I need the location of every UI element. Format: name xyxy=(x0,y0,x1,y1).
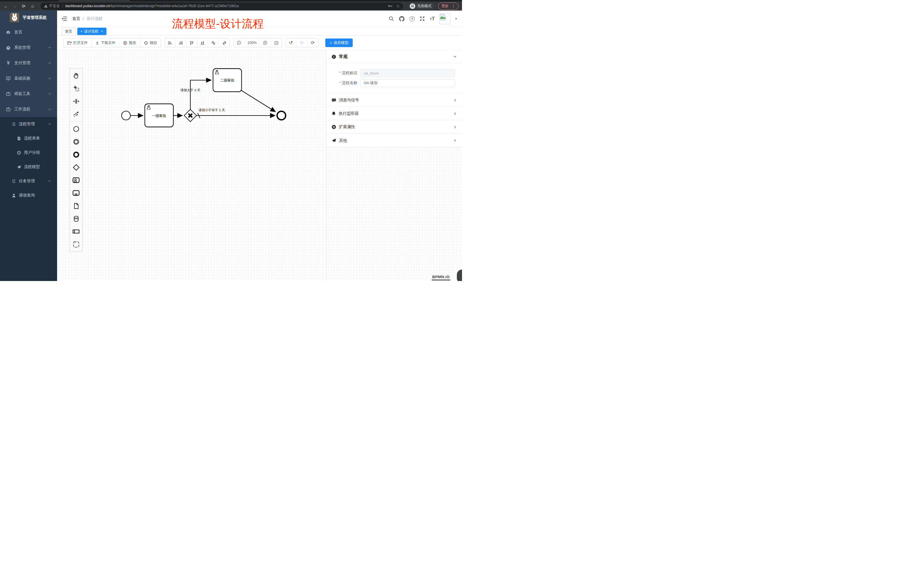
fullscreen-icon[interactable] xyxy=(420,16,425,21)
sidebar-item-payment[interactable]: ¥ 支付管理 xyxy=(0,55,57,71)
sidebar-item-home[interactable]: 首页 xyxy=(0,24,57,40)
save-model-button[interactable]: + 保存模型 xyxy=(325,39,353,47)
create-group[interactable] xyxy=(70,238,82,251)
sidebar-item-task-mgmt[interactable]: 任务管理 xyxy=(0,174,57,188)
redo-button[interactable]: ↻ xyxy=(297,39,308,47)
url-host: dashboard.yudao.iocoder.cn xyxy=(65,4,110,8)
chrome-update-menu[interactable]: 更新 ⋮ xyxy=(438,3,459,10)
security-label: 不安全 xyxy=(49,4,60,9)
sidebar-item-process-model[interactable]: 流程模型 xyxy=(0,160,57,174)
align-hcenter-button[interactable] xyxy=(219,39,230,47)
space-tool[interactable] xyxy=(70,95,82,108)
create-start-event[interactable] xyxy=(70,122,82,135)
hand-tool[interactable] xyxy=(70,69,82,82)
process-name-input[interactable] xyxy=(360,79,455,87)
undo-button[interactable]: ↺ xyxy=(286,39,297,47)
create-subprocess[interactable] xyxy=(70,187,82,199)
back-icon[interactable]: ← xyxy=(3,4,9,8)
screen: ← → ⟳ ⌂ 不安全 dashboard.yudao.iocoder.cn/b… xyxy=(0,0,462,281)
sidebar-item-leave-query[interactable]: 请假查询 xyxy=(0,188,57,202)
create-data-object[interactable] xyxy=(70,199,82,212)
font-size-icon[interactable]: TT xyxy=(430,16,435,21)
flow-task2-to-end[interactable] xyxy=(241,90,275,112)
preview-button[interactable]: 预览 xyxy=(119,39,140,47)
create-data-store[interactable] xyxy=(70,212,82,225)
section-execution-listeners[interactable]: 执行监听器 xyxy=(327,107,462,120)
dashboard-icon xyxy=(6,30,10,34)
refresh-button[interactable]: ⟳ xyxy=(308,39,318,47)
align-top-button[interactable] xyxy=(186,39,197,47)
tab-home[interactable]: 首页 xyxy=(62,28,76,35)
warning-icon xyxy=(44,4,48,8)
field-process-name: *流程名称 xyxy=(327,79,462,87)
security-status[interactable]: 不安全 xyxy=(44,4,60,9)
forward-icon[interactable]: → xyxy=(12,4,17,8)
zoom-level[interactable]: 100% xyxy=(244,39,260,47)
section-other[interactable]: 其他 xyxy=(327,134,462,147)
app-logo-row[interactable]: 芋道管理系统 xyxy=(0,10,57,24)
section-general[interactable]: 常规 xyxy=(327,50,462,63)
section-extended-attributes[interactable]: 扩展属性 xyxy=(327,120,462,134)
user-task-level2[interactable]: 二级审批 xyxy=(213,69,242,92)
password-key-icon[interactable] xyxy=(388,4,393,8)
sidebar-item-label: 流程管理 xyxy=(19,121,35,127)
start-event[interactable] xyxy=(122,111,130,120)
url-text[interactable]: dashboard.yudao.iocoder.cn/bpm/manager/m… xyxy=(65,4,386,8)
tab-design-process[interactable]: ● 设计流程 × xyxy=(77,28,106,35)
end-event[interactable] xyxy=(277,111,286,120)
open-file-button[interactable]: 打开文件 xyxy=(64,39,92,47)
zoom-reset-button[interactable] xyxy=(271,39,282,47)
align-vcenter-button[interactable] xyxy=(208,39,219,47)
section-title: 其他 xyxy=(339,138,347,143)
avatar[interactable] xyxy=(440,13,450,24)
sidebar-collapse-icon[interactable] xyxy=(62,16,67,21)
zoom-in-button[interactable] xyxy=(260,39,271,47)
close-icon[interactable]: × xyxy=(101,29,103,33)
incognito-label: 无痕模式 xyxy=(417,4,432,9)
bpmn-canvas[interactable]: 一级审批 二级审批 请假大于 3 天 请假小于等于 1 天 xyxy=(57,50,462,281)
create-end-event[interactable] xyxy=(70,148,82,161)
section-messages-signals[interactable]: 消息与信号 xyxy=(327,94,462,107)
download-file-button[interactable]: 下载文件 xyxy=(92,39,119,47)
chevron-down-icon xyxy=(48,92,51,96)
align-left-button[interactable] xyxy=(165,39,176,47)
sidebar-item-devtools[interactable]: 研发工具 xyxy=(0,86,57,102)
chevron-down-icon[interactable]: ▾ xyxy=(455,17,457,21)
github-icon[interactable] xyxy=(399,16,405,22)
search-icon[interactable] xyxy=(388,16,394,21)
address-bar[interactable]: 不安全 dashboard.yudao.iocoder.cn/bpm/manag… xyxy=(40,3,403,10)
zoom-out-button[interactable] xyxy=(234,39,244,47)
create-intermediate-event[interactable] xyxy=(70,135,82,148)
sidebar-item-infra[interactable]: 基础设施 xyxy=(0,71,57,86)
breadcrumb-home[interactable]: 首页 xyxy=(72,16,80,21)
tab-bar: 首页 ● 设计流程 × xyxy=(57,27,462,36)
create-gateway[interactable] xyxy=(70,161,82,174)
user-task-level1[interactable]: 一级审批 xyxy=(145,104,174,127)
simulate-button[interactable]: 模拟 xyxy=(140,39,160,47)
sidebar-item-user-group[interactable]: 用户分组 xyxy=(0,145,57,160)
exclusive-gateway[interactable] xyxy=(184,109,196,122)
browser-active-tab[interactable] xyxy=(58,0,130,1)
lasso-tool[interactable] xyxy=(70,82,82,95)
home-icon[interactable]: ⌂ xyxy=(30,4,35,8)
bookmark-star-icon[interactable]: ☆ xyxy=(396,4,400,8)
flow-gateway-to-task2[interactable] xyxy=(190,80,211,109)
create-participant[interactable] xyxy=(70,225,82,238)
url-path: /bpm/manager/model/design?modelId=e4a1a1… xyxy=(110,4,239,8)
chevron-up-icon xyxy=(48,108,51,111)
sidebar-item-process-form[interactable]: 流程表单 xyxy=(0,131,57,145)
sidebar-item-workflow[interactable]: 工作流程 xyxy=(0,102,57,117)
chevron-down-icon xyxy=(48,77,51,80)
align-bottom-button[interactable] xyxy=(197,39,208,47)
breadcrumb-separator: / xyxy=(83,16,84,21)
sidebar-item-system[interactable]: 系统管理 xyxy=(0,40,57,55)
edge-label-lte1[interactable]: 请假小于等于 1 天 xyxy=(198,108,225,112)
edge-label-gt3[interactable]: 请假大于 3 天 xyxy=(180,88,200,92)
help-icon[interactable]: ? xyxy=(410,16,415,21)
sidebar-item-process-mgmt[interactable]: 流程管理 xyxy=(0,117,57,131)
create-user-task[interactable] xyxy=(70,174,82,187)
align-right-button[interactable] xyxy=(176,39,186,47)
process-key-input[interactable] xyxy=(360,69,455,77)
global-connect-tool[interactable] xyxy=(70,108,82,120)
reload-icon[interactable]: ⟳ xyxy=(21,4,26,8)
